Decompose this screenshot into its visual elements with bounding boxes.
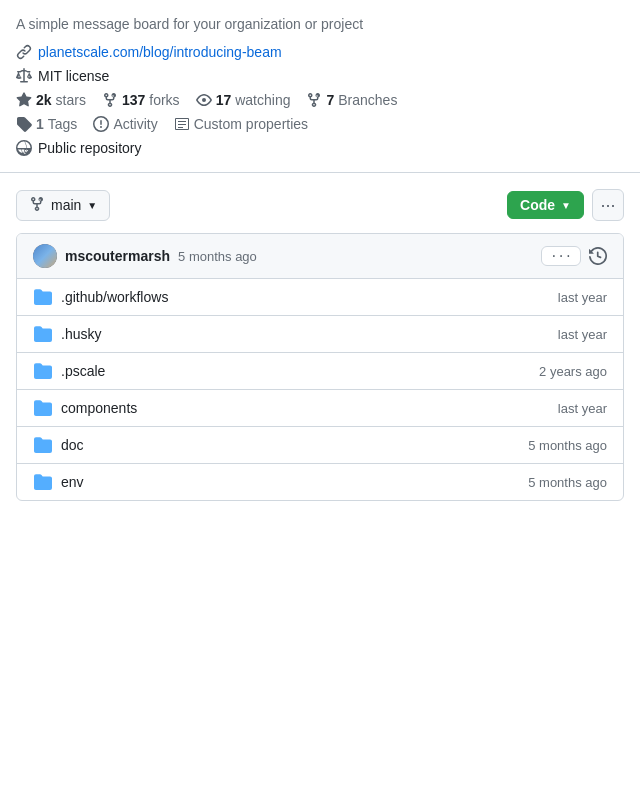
eye-icon bbox=[196, 92, 212, 108]
repo-toolbar: main ▼ Code ▼ ··· bbox=[0, 189, 640, 221]
link-icon bbox=[16, 44, 32, 60]
table-row[interactable]: componentslast year bbox=[17, 390, 623, 427]
commit-header: mscoutermarsh 5 months ago ··· bbox=[17, 234, 623, 279]
stars-label: stars bbox=[56, 92, 86, 108]
tag-icon bbox=[16, 116, 32, 132]
website-row: planetscale.com/blog/introducing-beam bbox=[16, 44, 624, 60]
commit-username[interactable]: mscoutermarsh bbox=[65, 248, 170, 264]
license-icon bbox=[16, 68, 32, 84]
code-chevron-icon: ▼ bbox=[561, 200, 571, 211]
repo-description: A simple message board for your organiza… bbox=[16, 16, 624, 32]
avatar-image bbox=[33, 244, 57, 268]
table-row[interactable]: .pscale2 years ago bbox=[17, 353, 623, 390]
file-name: env bbox=[61, 474, 528, 490]
forks-count: 137 bbox=[122, 92, 145, 108]
stats-row: 2k stars 137 forks 17 watching bbox=[16, 92, 624, 108]
website-link[interactable]: planetscale.com/blog/introducing-beam bbox=[38, 44, 282, 60]
commit-time: 5 months ago bbox=[178, 249, 257, 264]
branches-count: 7 bbox=[326, 92, 334, 108]
branches-label: Branches bbox=[338, 92, 397, 108]
activity-icon bbox=[93, 116, 109, 132]
branch-selector-icon bbox=[29, 196, 45, 215]
code-button[interactable]: Code ▼ bbox=[507, 191, 584, 219]
table-row[interactable]: env5 months ago bbox=[17, 464, 623, 500]
globe-icon bbox=[16, 140, 32, 156]
custom-properties-icon bbox=[174, 116, 190, 132]
forks-stat[interactable]: 137 forks bbox=[102, 92, 180, 108]
folder-icon bbox=[33, 361, 53, 381]
folder-icon bbox=[33, 435, 53, 455]
branches-stat[interactable]: 7 Branches bbox=[306, 92, 397, 108]
activity-label: Activity bbox=[113, 116, 157, 132]
folder-icon bbox=[33, 472, 53, 492]
file-time: last year bbox=[558, 290, 607, 305]
watching-label: watching bbox=[235, 92, 290, 108]
tags-count: 1 bbox=[36, 116, 44, 132]
activity-item[interactable]: Activity bbox=[93, 116, 157, 132]
file-name: components bbox=[61, 400, 558, 416]
stars-count: 2k bbox=[36, 92, 52, 108]
visibility-row: Public repository bbox=[16, 140, 624, 156]
commit-hash-button[interactable]: ··· bbox=[541, 246, 581, 266]
custom-properties-item[interactable]: Custom properties bbox=[174, 116, 308, 132]
file-table: mscoutermarsh 5 months ago ··· .github/w… bbox=[16, 233, 624, 501]
commit-actions: ··· bbox=[541, 246, 607, 266]
tags-label: Tags bbox=[48, 116, 78, 132]
file-name: doc bbox=[61, 437, 528, 453]
folder-icon bbox=[33, 324, 53, 344]
history-icon[interactable] bbox=[589, 247, 607, 265]
folder-icon bbox=[33, 398, 53, 418]
tags-row: 1 Tags Activity Custom properties bbox=[16, 116, 624, 132]
commit-info: mscoutermarsh 5 months ago bbox=[33, 244, 257, 268]
file-time: last year bbox=[558, 327, 607, 342]
avatar bbox=[33, 244, 57, 268]
tags-item[interactable]: 1 Tags bbox=[16, 116, 77, 132]
file-name: .pscale bbox=[61, 363, 539, 379]
code-label: Code bbox=[520, 197, 555, 213]
more-dots-icon: ··· bbox=[600, 195, 615, 216]
toolbar-right: Code ▼ ··· bbox=[507, 189, 624, 221]
table-row[interactable]: .github/workflowslast year bbox=[17, 279, 623, 316]
branch-name: main bbox=[51, 197, 81, 213]
license-row: MIT license bbox=[16, 68, 624, 84]
file-name: .github/workflows bbox=[61, 289, 558, 305]
fork-icon bbox=[102, 92, 118, 108]
watching-count: 17 bbox=[216, 92, 232, 108]
file-time: 5 months ago bbox=[528, 438, 607, 453]
branch-icon bbox=[306, 92, 322, 108]
file-rows: .github/workflowslast year.huskylast yea… bbox=[17, 279, 623, 500]
file-time: 2 years ago bbox=[539, 364, 607, 379]
star-icon bbox=[16, 92, 32, 108]
visibility-text: Public repository bbox=[38, 140, 142, 156]
branch-chevron-icon: ▼ bbox=[87, 200, 97, 211]
table-row[interactable]: doc5 months ago bbox=[17, 427, 623, 464]
file-time: last year bbox=[558, 401, 607, 416]
branch-selector[interactable]: main ▼ bbox=[16, 190, 110, 221]
license-text: MIT license bbox=[38, 68, 109, 84]
folder-icon bbox=[33, 287, 53, 307]
forks-label: forks bbox=[149, 92, 179, 108]
file-time: 5 months ago bbox=[528, 475, 607, 490]
section-divider bbox=[0, 172, 640, 173]
custom-properties-label: Custom properties bbox=[194, 116, 308, 132]
table-row[interactable]: .huskylast year bbox=[17, 316, 623, 353]
more-options-button[interactable]: ··· bbox=[592, 189, 624, 221]
stars-stat[interactable]: 2k stars bbox=[16, 92, 86, 108]
watching-stat[interactable]: 17 watching bbox=[196, 92, 291, 108]
file-name: .husky bbox=[61, 326, 558, 342]
